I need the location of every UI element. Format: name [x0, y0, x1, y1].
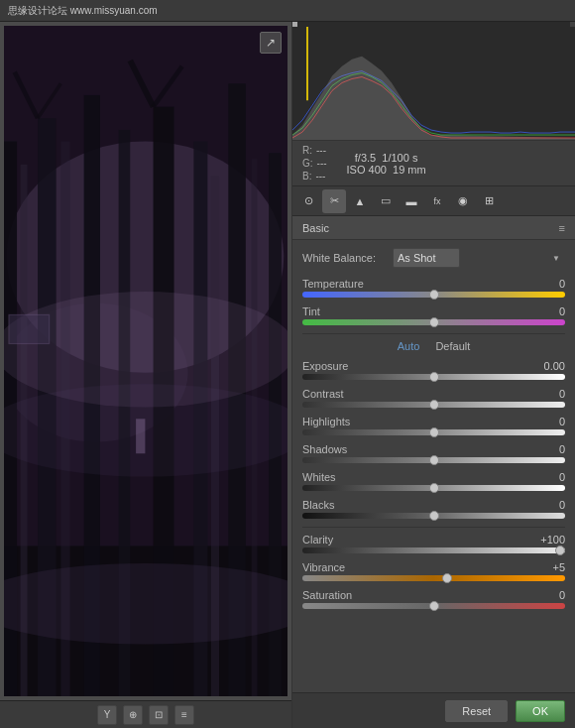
filter-icon-btn[interactable]: Y — [97, 705, 117, 725]
tool-lens[interactable]: ⊞ — [477, 189, 501, 213]
saturation-value: 0 — [533, 589, 565, 601]
tools-bar: ⊙ ✂ ▲ ▭ ▬ fx ◉ ⊞ — [292, 186, 575, 216]
svg-point-18 — [4, 384, 288, 476]
contrast-value: 0 — [533, 388, 565, 400]
tool-graduated[interactable]: ▬ — [400, 189, 423, 213]
blacks-track[interactable] — [302, 513, 565, 519]
tool-camera[interactable]: ◉ — [451, 189, 475, 213]
tool-crop[interactable]: ✂ — [322, 189, 346, 213]
temperature-track[interactable] — [302, 292, 565, 298]
tint-label: Tint — [302, 305, 320, 317]
svg-rect-25 — [9, 314, 50, 343]
tool-redeye[interactable]: ▭ — [374, 189, 398, 213]
blacks-slider-row: Blacks 0 — [302, 499, 565, 519]
wb-select[interactable]: As Shot Auto Daylight Cloudy Shade Tungs… — [393, 248, 460, 268]
zoom-in-btn[interactable]: ⊕ — [123, 705, 143, 725]
image-area: ↗ — [4, 26, 288, 696]
whites-thumb[interactable] — [429, 483, 439, 493]
r-label: R: — [302, 145, 312, 156]
camera-info: f/3.5 1/100 s ISO 400 19 mm — [347, 152, 426, 176]
contrast-thumb[interactable] — [429, 400, 439, 410]
tint-thumb[interactable] — [429, 317, 439, 327]
shadows-label-row: Shadows 0 — [302, 443, 565, 455]
saturation-slider-row: Saturation 0 — [302, 589, 565, 609]
main-layout: ↗ Y ⊕ ⊡ ≡ — [0, 22, 575, 728]
svg-point-19 — [4, 563, 288, 645]
b-row: B: --- — [302, 171, 327, 182]
panel-header: Basic ≡ — [292, 216, 575, 240]
export-button[interactable]: ↗ — [260, 32, 282, 54]
whites-label-row: Whites 0 — [302, 471, 565, 483]
clarity-thumb[interactable] — [555, 546, 565, 555]
shadows-track[interactable] — [302, 457, 565, 463]
tool-spot[interactable]: ▲ — [348, 189, 372, 213]
blacks-label: Blacks — [302, 499, 334, 511]
panel-content: White Balance: As Shot Auto Daylight Clo… — [292, 240, 575, 692]
auto-link[interactable]: Auto — [398, 340, 420, 352]
bottom-buttons: Reset OK — [292, 692, 575, 728]
default-link[interactable]: Default — [435, 340, 470, 352]
top-bar: 思缘设计论坛 www.missyuan.com — [0, 0, 575, 22]
shadows-value: 0 — [533, 443, 565, 455]
grid-btn[interactable]: ⊡ — [149, 705, 169, 725]
clarity-slider-row: Clarity +100 — [302, 534, 565, 553]
tool-fx[interactable]: fx — [425, 189, 449, 213]
r-row: R: --- — [302, 145, 327, 156]
white-balance-row: White Balance: As Shot Auto Daylight Clo… — [302, 248, 565, 268]
right-panel: R: --- G: --- B: --- f/3.5 1/100 s ISO 4… — [292, 22, 575, 728]
tool-histogram[interactable]: ⊙ — [296, 189, 320, 213]
ok-button[interactable]: OK — [516, 700, 565, 722]
exposure-slider-row: Exposure 0.00 — [302, 360, 565, 380]
clarity-value: +100 — [533, 534, 565, 546]
tint-label-row: Tint 0 — [302, 305, 565, 317]
blacks-value: 0 — [533, 499, 565, 511]
vibrance-track[interactable] — [302, 575, 565, 581]
temperature-thumb[interactable] — [429, 290, 439, 300]
image-bottom-bar: Y ⊕ ⊡ ≡ — [0, 700, 291, 728]
exposure-track[interactable] — [302, 374, 565, 380]
temperature-value: 0 — [533, 278, 565, 290]
exposure-label: Exposure — [302, 360, 348, 372]
whites-value: 0 — [533, 471, 565, 483]
saturation-label-row: Saturation 0 — [302, 589, 565, 601]
exposure-label-row: Exposure 0.00 — [302, 360, 565, 372]
g-label: G: — [302, 158, 313, 169]
vibrance-label-row: Vibrance +5 — [302, 561, 565, 573]
svg-rect-20 — [136, 419, 145, 453]
wb-select-wrapper: As Shot Auto Daylight Cloudy Shade Tungs… — [393, 248, 565, 268]
highlights-thumb[interactable] — [429, 427, 439, 437]
vibrance-slider-row: Vibrance +5 — [302, 561, 565, 581]
forest-image — [4, 26, 288, 696]
g-value: --- — [317, 158, 327, 169]
rgb-values: R: --- G: --- B: --- — [302, 145, 327, 182]
vibrance-value: +5 — [533, 561, 565, 573]
whites-track[interactable] — [302, 485, 565, 491]
tint-value: 0 — [533, 305, 565, 317]
vibrance-thumb[interactable] — [442, 573, 452, 583]
exposure-thumb[interactable] — [429, 372, 439, 382]
temperature-label-row: Temperature 0 — [302, 278, 565, 290]
shadows-thumb[interactable] — [429, 455, 439, 465]
clarity-label-row: Clarity +100 — [302, 534, 565, 546]
contrast-track[interactable] — [302, 402, 565, 408]
tint-track[interactable] — [302, 319, 565, 325]
panel-menu-icon[interactable]: ≡ — [559, 222, 565, 234]
saturation-track[interactable] — [302, 603, 565, 609]
highlights-slider-row: Highlights 0 — [302, 416, 565, 435]
b-label: B: — [302, 171, 311, 182]
contrast-label: Contrast — [302, 388, 344, 400]
menu-btn[interactable]: ≡ — [174, 705, 194, 725]
blacks-thumb[interactable] — [429, 511, 439, 521]
saturation-thumb[interactable] — [429, 601, 439, 611]
vibrance-label: Vibrance — [302, 561, 345, 573]
highlights-value: 0 — [533, 416, 565, 427]
highlights-label: Highlights — [302, 416, 350, 427]
histogram-svg — [292, 22, 575, 140]
blacks-label-row: Blacks 0 — [302, 499, 565, 511]
clarity-track[interactable] — [302, 547, 565, 553]
whites-label: Whites — [302, 471, 336, 483]
highlights-label-row: Highlights 0 — [302, 416, 565, 427]
reset-button[interactable]: Reset — [445, 700, 508, 722]
info-bar: R: --- G: --- B: --- f/3.5 1/100 s ISO 4… — [292, 141, 575, 186]
highlights-track[interactable] — [302, 429, 565, 435]
